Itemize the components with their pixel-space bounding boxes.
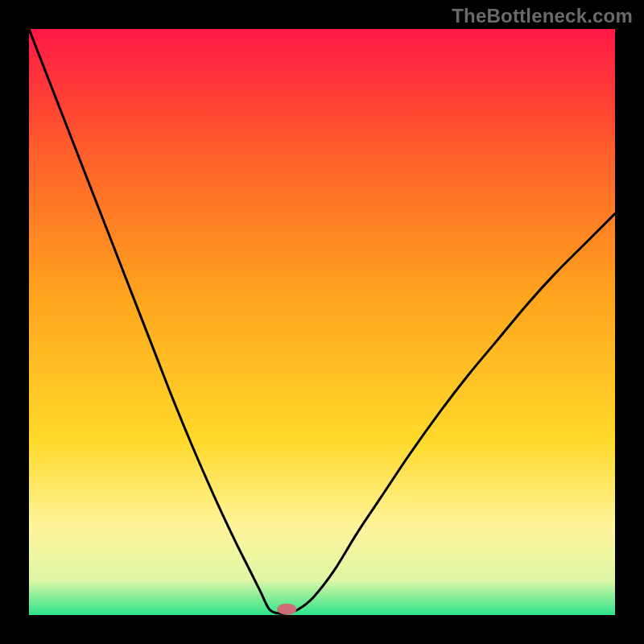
chart-frame: TheBottleneck.com <box>0 0 644 644</box>
watermark-text: TheBottleneck.com <box>452 5 633 27</box>
plot-area <box>29 29 615 615</box>
gradient-background <box>29 29 615 615</box>
plot-svg <box>29 29 615 615</box>
optimal-marker <box>277 604 296 615</box>
